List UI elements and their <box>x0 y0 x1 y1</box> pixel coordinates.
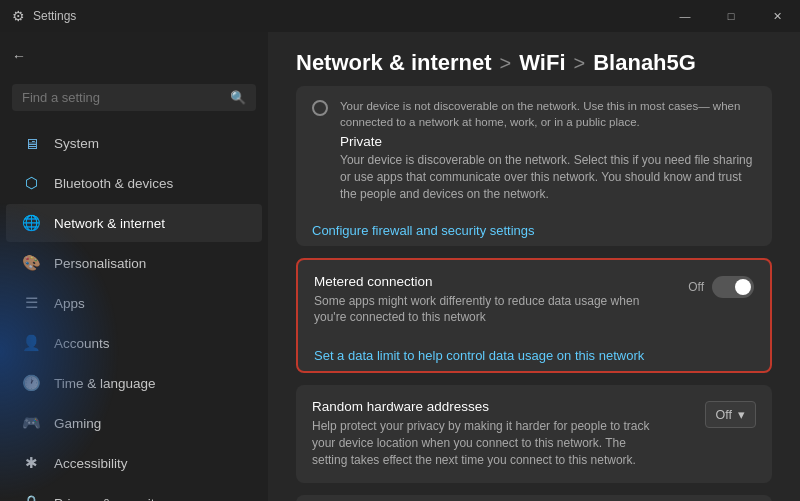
ip-section: IP assignment: Automatic (DHCP) Edit <box>296 495 772 501</box>
sidebar: ← 🔍 🖥 System ⬡ Bluetooth & devices 🌐 Net… <box>0 32 268 501</box>
private-section: Your device is not discoverable on the n… <box>296 86 772 215</box>
breadcrumb-sep1: > <box>500 52 512 75</box>
hardware-info: Random hardware addresses Help protect y… <box>312 399 652 468</box>
maximize-button[interactable]: □ <box>708 0 754 32</box>
app-body: ← 🔍 🖥 System ⬡ Bluetooth & devices 🌐 Net… <box>0 32 800 501</box>
breadcrumb-sep2: > <box>574 52 586 75</box>
personalisation-icon: 🎨 <box>22 254 40 272</box>
sidebar-item-bluetooth[interactable]: ⬡ Bluetooth & devices <box>6 164 262 202</box>
sidebar-item-gaming[interactable]: 🎮 Gaming <box>6 404 262 442</box>
hardware-row: Random hardware addresses Help protect y… <box>296 385 772 482</box>
hardware-card: Random hardware addresses Help protect y… <box>296 385 772 482</box>
private-desc: Your device is discoverable on the netwo… <box>340 152 756 202</box>
minimize-button[interactable]: — <box>662 0 708 32</box>
sidebar-item-label-bluetooth: Bluetooth & devices <box>54 176 173 191</box>
close-button[interactable]: ✕ <box>754 0 800 32</box>
metered-info: Metered connection Some apps might work … <box>314 274 654 327</box>
main-content: Network & internet > WiFi > Blanah5G You… <box>268 32 800 501</box>
private-radio[interactable] <box>312 100 328 116</box>
search-input[interactable] <box>22 90 222 105</box>
back-arrow-icon: ← <box>12 48 26 64</box>
sidebar-item-accessibility[interactable]: ✱ Accessibility <box>6 444 262 482</box>
sidebar-item-label-network: Network & internet <box>54 216 165 231</box>
note-card: Your device is not discoverable on the n… <box>296 86 772 246</box>
note-text: Your device is not discoverable on the n… <box>340 98 756 134</box>
system-icon: 🖥 <box>22 134 40 152</box>
content-header: Network & internet > WiFi > Blanah5G <box>268 32 800 86</box>
toggle-off-label: Off <box>688 280 704 294</box>
sidebar-item-accounts[interactable]: 👤 Accounts <box>6 324 262 362</box>
content-scroll: Your device is not discoverable on the n… <box>268 86 800 501</box>
ip-card: IP assignment: Automatic (DHCP) Edit <box>296 495 772 501</box>
sidebar-item-apps[interactable]: ☰ Apps <box>6 284 262 322</box>
data-limit-link[interactable]: Set a data limit to help control data us… <box>298 340 770 371</box>
sidebar-item-label-personalisation: Personalisation <box>54 256 146 271</box>
metered-desc: Some apps might work differently to redu… <box>314 293 654 327</box>
breadcrumb-part1: Network & internet <box>296 50 492 76</box>
sidebar-item-label-accounts: Accounts <box>54 336 110 351</box>
hardware-desc: Help protect your privacy by making it h… <box>312 418 652 468</box>
metered-row: Metered connection Some apps might work … <box>298 260 770 341</box>
hardware-title: Random hardware addresses <box>312 399 652 414</box>
sidebar-item-network[interactable]: 🌐 Network & internet <box>6 204 262 242</box>
bluetooth-icon: ⬡ <box>22 174 40 192</box>
titlebar: ⚙ Settings — □ ✕ <box>0 0 800 32</box>
titlebar-title: Settings <box>33 9 76 23</box>
sidebar-item-system[interactable]: 🖥 System <box>6 124 262 162</box>
sidebar-item-privacy[interactable]: 🔒 Privacy & security <box>6 484 262 501</box>
firewall-link[interactable]: Configure firewall and security settings <box>296 215 772 246</box>
sidebar-item-label-apps: Apps <box>54 296 85 311</box>
toggle-group: Off <box>688 274 754 298</box>
titlebar-controls: — □ ✕ <box>662 0 800 32</box>
breadcrumb-part2: WiFi <box>519 50 565 76</box>
sidebar-item-label-gaming: Gaming <box>54 416 101 431</box>
metered-title: Metered connection <box>314 274 654 289</box>
apps-icon: ☰ <box>22 294 40 312</box>
back-button[interactable]: ← <box>0 40 268 72</box>
metered-toggle[interactable] <box>712 276 754 298</box>
search-container: 🔍 <box>12 84 256 111</box>
titlebar-left: ⚙ Settings <box>12 8 76 24</box>
gaming-icon: 🎮 <box>22 414 40 432</box>
breadcrumb: Network & internet > WiFi > Blanah5G <box>296 50 772 76</box>
sidebar-item-label-system: System <box>54 136 99 151</box>
hardware-dropdown[interactable]: Off ▾ <box>705 401 756 428</box>
sidebar-item-personalisation[interactable]: 🎨 Personalisation <box>6 244 262 282</box>
sidebar-item-time[interactable]: 🕐 Time & language <box>6 364 262 402</box>
sidebar-item-label-time: Time & language <box>54 376 156 391</box>
settings-window-icon: ⚙ <box>12 8 25 24</box>
network-icon: 🌐 <box>22 214 40 232</box>
accounts-icon: 👤 <box>22 334 40 352</box>
privacy-icon: 🔒 <box>22 494 40 501</box>
metered-card: Metered connection Some apps might work … <box>296 258 772 374</box>
search-icon: 🔍 <box>230 90 246 105</box>
accessibility-icon: ✱ <box>22 454 40 472</box>
hardware-dropdown-label: Off <box>716 408 732 422</box>
breadcrumb-part3: Blanah5G <box>593 50 696 76</box>
chevron-down-icon: ▾ <box>738 407 745 422</box>
sidebar-item-label-privacy: Privacy & security <box>54 496 161 502</box>
sidebar-item-label-accessibility: Accessibility <box>54 456 128 471</box>
private-text-block: Your device is not discoverable on the n… <box>340 98 756 203</box>
time-icon: 🕐 <box>22 374 40 392</box>
private-title: Private <box>340 134 756 149</box>
